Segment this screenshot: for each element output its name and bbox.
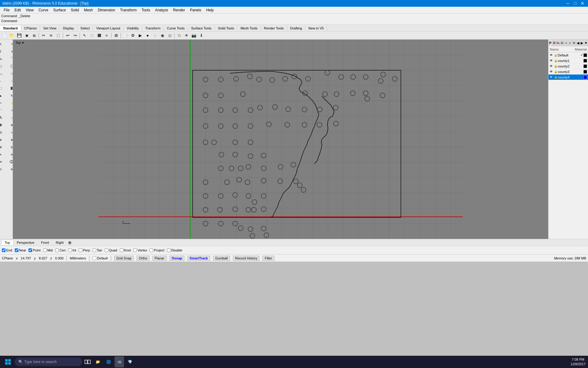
snap-knot-check[interactable]: [120, 248, 123, 252]
snap-mid-check[interactable]: [43, 248, 47, 252]
rect-tool[interactable]: □: [0, 63, 6, 70]
revolve-tool[interactable]: ↻: [6, 92, 13, 99]
text-tool[interactable]: A: [0, 114, 6, 121]
snap-tool[interactable]: ⊕: [0, 136, 6, 143]
grid-btn[interactable]: ⊞: [113, 32, 119, 39]
layer-color-default[interactable]: [583, 53, 587, 57]
sphere3-btn[interactable]: ◉: [159, 32, 166, 39]
open-btn[interactable]: 📁: [9, 32, 15, 39]
vp-tab-right[interactable]: Right: [52, 240, 67, 245]
copy-btn[interactable]: ⧉: [47, 32, 54, 39]
grid-snap-btn[interactable]: Grid Snap: [114, 256, 134, 261]
layer-row-county3[interactable]: 👁 🔒 county3: [548, 69, 588, 75]
freeform-tool[interactable]: ⌒: [6, 56, 13, 62]
command-prompt[interactable]: Command:: [1, 19, 587, 24]
menu-transform[interactable]: Transform: [118, 7, 139, 13]
snap-vertex-check[interactable]: [133, 248, 137, 252]
layer-row-county2[interactable]: 👁 🔒 county2: [548, 63, 588, 69]
rhino-button[interactable]: 🦏: [115, 356, 124, 367]
sphere4-btn[interactable]: ◎: [166, 32, 173, 39]
dim-tool[interactable]: ↔: [6, 114, 13, 121]
panel-left-icon[interactable]: ◀: [576, 40, 580, 46]
record-history-btn[interactable]: Record History: [233, 256, 260, 261]
snap-int-check[interactable]: [68, 248, 72, 252]
boolean-diff[interactable]: ⊟: [6, 144, 13, 151]
gumball-tool[interactable]: ⊗: [6, 136, 13, 143]
tab-standard[interactable]: Standard: [0, 26, 21, 31]
paint-tool[interactable]: ✏: [0, 159, 6, 165]
snap-tan-check[interactable]: [92, 248, 96, 252]
layer-color-c2[interactable]: [583, 64, 587, 68]
start-button[interactable]: [2, 356, 13, 367]
panel-filter-icon[interactable]: ▼: [584, 40, 588, 46]
sphere-btn[interactable]: ●: [144, 32, 151, 39]
vp-tab-front[interactable]: Front: [38, 240, 52, 245]
blend-tool[interactable]: ≈: [6, 107, 13, 114]
copy-obj-tool[interactable]: ⧉: [6, 122, 13, 128]
scale-tool[interactable]: ⤡: [6, 129, 13, 136]
menu-help[interactable]: Help: [204, 7, 216, 13]
rotate-tool[interactable]: ↻: [0, 129, 6, 136]
tab-setview[interactable]: Set View: [40, 26, 60, 31]
cut-btn[interactable]: ✂: [40, 32, 47, 39]
chrome-button[interactable]: 🌐: [104, 356, 113, 367]
layer-lock-icon-c2[interactable]: 🔒: [554, 64, 557, 68]
tab-viewport-layout[interactable]: Viewport Layout: [93, 26, 124, 31]
arc-tool[interactable]: ⌓: [0, 70, 6, 77]
surface-tool[interactable]: ⬚: [0, 85, 6, 92]
undo-btn[interactable]: ↩: [64, 32, 71, 39]
save-btn[interactable]: 💾: [16, 32, 23, 39]
panel-right-icon[interactable]: ▶: [580, 40, 584, 46]
tab-display[interactable]: Display: [60, 26, 77, 31]
tab-drafting[interactable]: Drafting: [287, 26, 305, 31]
layer-vis-icon-c4[interactable]: 👁: [549, 75, 553, 79]
snap-quad-check[interactable]: [105, 248, 108, 252]
move-tool[interactable]: ✥: [0, 122, 6, 128]
nurbs-tool[interactable]: ⬛: [6, 85, 13, 92]
taskview-button[interactable]: [83, 358, 92, 366]
menu-render[interactable]: Render: [171, 7, 187, 13]
crossing-select-btn[interactable]: ⬛: [96, 32, 103, 39]
viewport[interactable]: Top ▼: [13, 40, 548, 239]
layer-vis-icon[interactable]: 👁: [549, 53, 553, 57]
menu-mesh[interactable]: Mesh: [81, 7, 95, 13]
options-btn[interactable]: ⚙: [130, 32, 136, 39]
save-small-btn[interactable]: ▣: [23, 32, 30, 39]
menu-curve[interactable]: Curve: [36, 7, 51, 13]
curve-tool[interactable]: ∿: [0, 56, 6, 62]
paste-btn[interactable]: 📋: [55, 32, 62, 39]
snap-perp-check[interactable]: [79, 248, 82, 252]
misc-tool1[interactable]: ⊙: [0, 166, 6, 173]
maximize-button[interactable]: □: [572, 1, 578, 6]
menu-dimension[interactable]: Dimension: [95, 7, 118, 13]
planar-btn[interactable]: Planar: [153, 256, 167, 261]
menu-file[interactable]: File: [1, 7, 12, 13]
panel-close-icon[interactable]: ✕: [572, 40, 576, 46]
point-tool[interactable]: ·: [0, 78, 6, 84]
layer-lock-icon-c4[interactable]: 🔒: [554, 75, 557, 79]
fillet-tool[interactable]: ⌒: [0, 107, 6, 114]
layer-lock-icon-c1[interactable]: 🔒: [554, 59, 557, 63]
extra-app-button[interactable]: 💎: [125, 356, 135, 367]
circle-tool[interactable]: ○: [6, 70, 13, 77]
layer-vis-icon-c3[interactable]: 👁: [549, 70, 553, 74]
menu-tools[interactable]: Tools: [139, 7, 153, 13]
panel-tab-r[interactable]: R: [552, 40, 556, 46]
camera-btn[interactable]: 📷: [190, 32, 197, 39]
menu-edit[interactable]: Edit: [12, 7, 23, 13]
tab-select[interactable]: Select: [77, 26, 93, 31]
polyline-tool[interactable]: ∧: [6, 48, 13, 55]
snap-end-check[interactable]: [2, 248, 6, 252]
smarttrack-btn[interactable]: SmartTrack: [187, 256, 210, 261]
ortho-btn[interactable]: Ortho: [137, 256, 149, 261]
explorer-button[interactable]: 📁: [93, 356, 103, 367]
tab-mesh-tools[interactable]: Mesh Tools: [237, 26, 261, 31]
layer-row-default[interactable]: 👁 🔒 Default ✓: [548, 52, 588, 58]
panel-add-icon[interactable]: +: [564, 40, 568, 46]
snap-point-check[interactable]: [28, 248, 32, 252]
layer-row-county1[interactable]: 👁 🔒 county1: [548, 58, 588, 63]
tab-render-tools[interactable]: Render Tools: [261, 26, 287, 31]
layer-btn[interactable]: 📑: [122, 32, 129, 39]
menu-surface[interactable]: Surface: [51, 7, 68, 13]
panel-tab-p[interactable]: P: [548, 40, 552, 46]
